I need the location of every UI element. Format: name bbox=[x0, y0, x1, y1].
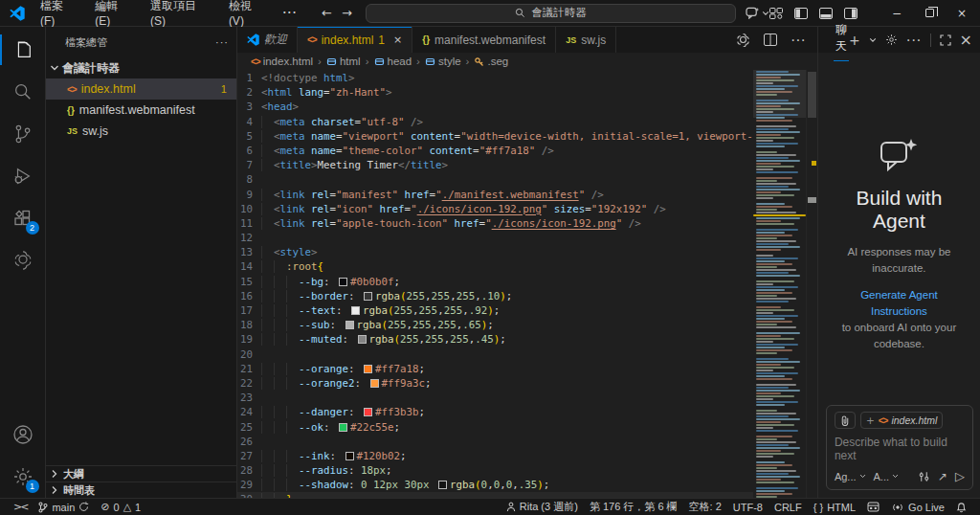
openai-icon[interactable] bbox=[736, 33, 750, 47]
problems-status[interactable]: ⊘ 0 △ 1 bbox=[95, 499, 146, 515]
toggle-panel-icon[interactable] bbox=[819, 8, 833, 19]
code-line[interactable]: 25 --ok: #22c55e; bbox=[237, 420, 753, 435]
git-blame-status[interactable]: Rita (3 週前) bbox=[501, 499, 584, 515]
code-line[interactable]: 23 bbox=[237, 391, 753, 405]
explorer-more-actions[interactable]: ··· bbox=[215, 36, 229, 48]
code-line[interactable]: 5 <meta name="viewport" content="width=d… bbox=[237, 129, 753, 144]
activity-item-accounts[interactable] bbox=[0, 414, 46, 456]
file-item-sw.js[interactable]: JSsw.js bbox=[46, 121, 236, 142]
voice-input-icon[interactable]: ↗ bbox=[938, 470, 947, 483]
encoding-status[interactable]: UTF-8 bbox=[727, 499, 768, 515]
restore-button[interactable] bbox=[913, 1, 946, 26]
toggle-primary-sidebar-icon[interactable] bbox=[794, 8, 808, 19]
command-center-search[interactable]: 會議計時器 bbox=[366, 4, 736, 23]
code-line[interactable]: 28 --radius: 18px; bbox=[237, 463, 753, 478]
activity-item-openai[interactable] bbox=[0, 239, 46, 281]
remote-indicator[interactable]: >< bbox=[8, 499, 33, 515]
breadcrumb-item-head[interactable]: head bbox=[374, 56, 412, 67]
file-item-manifest.webmanifest[interactable]: {}manifest.webmanifest bbox=[46, 100, 236, 121]
menu-item-S[interactable]: 選取項目(S) bbox=[143, 0, 219, 30]
minimize-button[interactable]: − bbox=[880, 1, 913, 26]
code-line[interactable]: 10 <link rel="icon" href="./icons/icon-1… bbox=[237, 202, 753, 216]
scrollbar-thumb[interactable] bbox=[808, 72, 816, 118]
menu-item-F[interactable]: 檔案(F) bbox=[33, 0, 85, 30]
code-line[interactable]: 30 } bbox=[237, 492, 753, 498]
indentation-status[interactable]: 空格: 2 bbox=[683, 499, 727, 515]
workspace-folder[interactable]: 會議計時器 bbox=[46, 57, 236, 78]
code-line[interactable]: 13 <style> bbox=[237, 245, 753, 259]
close-tab-icon[interactable]: × bbox=[393, 34, 402, 46]
go-live-status[interactable]: Go Live bbox=[885, 499, 950, 515]
chat-input-placeholder[interactable]: Describe what to build next bbox=[835, 436, 965, 462]
tools-icon[interactable] bbox=[918, 471, 930, 482]
code-line[interactable]: 24 --danger: #ff3b3b; bbox=[237, 405, 753, 419]
tab-index.html[interactable]: <>index.html1× bbox=[298, 27, 412, 53]
cursor-position[interactable]: 第 176 行，第 6 欄 bbox=[584, 499, 683, 515]
toggle-secondary-sidebar-icon[interactable] bbox=[844, 8, 858, 19]
breadcrumb-item-index.html[interactable]: <>index.html bbox=[251, 56, 313, 67]
customize-layout-icon[interactable] bbox=[769, 8, 783, 19]
scrollbar[interactable] bbox=[806, 70, 817, 498]
code-line[interactable]: 15 --bg: #0b0b0f; bbox=[237, 275, 753, 289]
language-mode[interactable]: { } HTML bbox=[808, 499, 861, 515]
code-line[interactable]: 16 --border: rgba(255,255,255,.10); bbox=[237, 289, 753, 303]
code-line[interactable]: 14 :root{ bbox=[237, 259, 753, 274]
code-line[interactable]: 19 --muted: rgba(255,255,255,.45); bbox=[237, 332, 753, 347]
extension-grid-status[interactable] bbox=[861, 499, 885, 515]
model-dropdown[interactable]: A... bbox=[874, 471, 900, 482]
activity-item-run-debug[interactable] bbox=[0, 155, 46, 197]
code-line[interactable]: 3<head> bbox=[237, 100, 753, 114]
code-editor[interactable]: 1<!doctype html>2<html lang="zh-Hant">3<… bbox=[237, 70, 817, 498]
activity-item-source-control[interactable] bbox=[0, 113, 46, 155]
activity-item-settings[interactable]: 1 bbox=[0, 456, 46, 498]
code-line[interactable]: 17 --text: rgba(255,255,255,.92); bbox=[237, 303, 753, 318]
activity-item-extensions[interactable]: 2 bbox=[0, 197, 46, 239]
attach-context-button[interactable] bbox=[835, 412, 856, 429]
context-file-chip[interactable]: + <> index.html bbox=[860, 412, 943, 429]
code-line[interactable]: 12 bbox=[237, 231, 753, 245]
split-editor-icon[interactable] bbox=[764, 34, 777, 46]
breadcrumb-item-html[interactable]: html bbox=[326, 56, 361, 67]
code-line[interactable]: 26 bbox=[237, 435, 753, 449]
chat-input-box[interactable]: + <> index.html Describe what to build n… bbox=[826, 405, 973, 490]
send-icon[interactable]: ▷ bbox=[955, 469, 965, 483]
tab-manifest.webmanifest[interactable]: {}manifest.webmanifest bbox=[412, 27, 556, 53]
code-line[interactable]: 4 <meta charset="utf-8" /> bbox=[237, 115, 753, 129]
forward-arrow-icon[interactable]: → bbox=[342, 6, 352, 20]
agent-mode-dropdown[interactable]: Ag... bbox=[835, 471, 866, 482]
expand-icon[interactable] bbox=[940, 34, 951, 46]
code-line[interactable]: 7 <title>Meeting Timer</title> bbox=[237, 158, 753, 172]
editor-more-actions[interactable]: ··· bbox=[791, 32, 806, 49]
eol-status[interactable]: CRLF bbox=[768, 499, 808, 515]
code-line[interactable]: 29 --shadow: 0 12px 30px rgba(0,0,0,.35)… bbox=[237, 478, 753, 492]
notifications-status[interactable] bbox=[950, 499, 972, 515]
minimap-slider[interactable] bbox=[753, 70, 806, 118]
tab-歡迎[interactable]: 歡迎 bbox=[237, 27, 298, 53]
generate-instructions-link[interactable]: Generate Agent Instructions bbox=[837, 287, 961, 321]
code-line[interactable]: 20 bbox=[237, 347, 753, 362]
code-line[interactable]: 18 --sub: rgba(255,255,255,.65); bbox=[237, 318, 753, 332]
new-chat-button[interactable]: + bbox=[849, 33, 860, 48]
code-line[interactable]: 22 --orange2: #ff9a3c; bbox=[237, 376, 753, 391]
code-line[interactable]: 11 <link rel="apple-touch-icon" href="./… bbox=[237, 216, 753, 231]
code-line[interactable]: 9 <link rel="manifest" href="./manifest.… bbox=[237, 188, 753, 202]
gear-icon[interactable] bbox=[885, 34, 898, 46]
back-arrow-icon[interactable]: ← bbox=[322, 6, 332, 20]
code-line[interactable]: 8 bbox=[237, 172, 753, 187]
sidebar-section-時間表[interactable]: 時間表 bbox=[46, 481, 236, 498]
code-line[interactable]: 21 --orange: #ff7a18; bbox=[237, 362, 753, 376]
chevron-down-icon[interactable] bbox=[869, 36, 877, 44]
code-line[interactable]: 2<html lang="zh-Hant"> bbox=[237, 85, 753, 100]
activity-item-explorer[interactable] bbox=[0, 29, 46, 71]
breadcrumb-item-.seg[interactable]: .seg bbox=[474, 56, 508, 67]
sidebar-section-大綱[interactable]: 大綱 bbox=[46, 465, 236, 481]
close-window-button[interactable]: × bbox=[946, 1, 978, 26]
chat-more-actions[interactable]: ··· bbox=[906, 32, 922, 49]
file-item-index.html[interactable]: <>index.html1 bbox=[46, 78, 236, 100]
minimap[interactable] bbox=[753, 70, 806, 498]
menu-overflow[interactable]: ··· bbox=[275, 2, 304, 24]
code-line[interactable]: 1<!doctype html> bbox=[237, 71, 753, 85]
breadcrumb-item-style[interactable]: style bbox=[425, 56, 461, 67]
code-line[interactable]: 27 --ink: #120b02; bbox=[237, 449, 753, 463]
menu-item-V[interactable]: 檢視(V) bbox=[221, 0, 275, 30]
